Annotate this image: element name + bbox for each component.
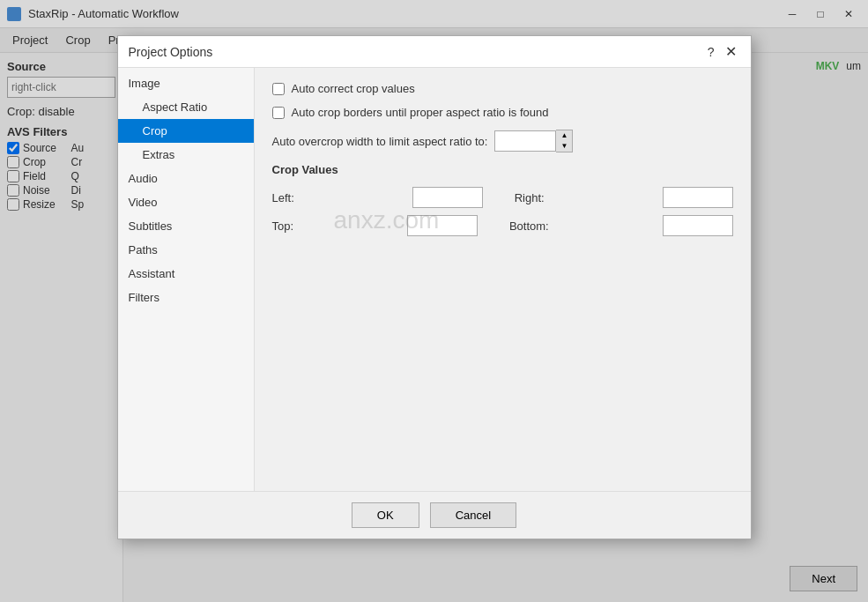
left-input[interactable]: 0 xyxy=(412,187,483,208)
overcrop-label: Auto overcrop width to limit aspect rati… xyxy=(272,135,488,148)
project-options-dialog: Project Options ? ✕ Image Aspect Ratio C… xyxy=(117,35,752,539)
overcrop-row: Auto overcrop width to limit aspect rati… xyxy=(272,130,733,152)
dialog-footer: OK Cancel xyxy=(118,491,751,539)
dialog-titlebar: Project Options ? ✕ xyxy=(118,36,751,68)
crop-values-title: Crop Values xyxy=(272,163,733,176)
nav-item-extras[interactable]: Extras xyxy=(118,143,254,167)
auto-correct-row: Auto correct crop values xyxy=(272,82,733,95)
dialog-body: Image Aspect Ratio Crop Extras Audio Vid… xyxy=(118,68,751,491)
dialog-controls: ? ✕ xyxy=(708,43,740,60)
content-panel: Auto correct crop values Auto crop borde… xyxy=(255,68,751,491)
cancel-button[interactable]: Cancel xyxy=(430,502,516,528)
overcrop-spin-down[interactable]: ▼ xyxy=(556,141,572,152)
top-input[interactable]: 0 xyxy=(407,215,478,236)
right-input[interactable]: 0 xyxy=(663,187,733,208)
nav-item-image[interactable]: Image xyxy=(118,71,254,95)
dialog-close-button[interactable]: ✕ xyxy=(722,43,740,60)
dialog-help-button[interactable]: ? xyxy=(708,45,715,59)
auto-crop-borders-label: Auto crop borders until proper aspect ra… xyxy=(292,106,549,119)
overcrop-spinner: 0.000 ▲ ▼ xyxy=(494,130,573,152)
nav-item-crop[interactable]: Crop xyxy=(118,119,254,143)
bottom-label: Bottom: xyxy=(509,219,656,233)
overcrop-spin-up[interactable]: ▲ xyxy=(556,130,572,141)
dialog-title: Project Options xyxy=(129,45,213,59)
ok-button[interactable]: OK xyxy=(352,502,419,528)
overcrop-spin-buttons: ▲ ▼ xyxy=(556,130,573,152)
nav-item-filters[interactable]: Filters xyxy=(118,286,254,309)
auto-correct-checkbox[interactable] xyxy=(272,83,285,95)
nav-item-aspect-ratio[interactable]: Aspect Ratio xyxy=(118,95,254,119)
right-label: Right: xyxy=(515,191,656,204)
nav-item-subtitles[interactable]: Subtitles xyxy=(118,214,254,238)
left-label: Left: xyxy=(272,191,405,204)
nav-item-paths[interactable]: Paths xyxy=(118,238,254,262)
nav-item-audio[interactable]: Audio xyxy=(118,167,254,190)
auto-crop-borders-row: Auto crop borders until proper aspect ra… xyxy=(272,106,733,119)
overcrop-input[interactable]: 0.000 xyxy=(494,130,556,152)
bottom-input[interactable]: 0 xyxy=(663,215,733,236)
nav-item-assistant[interactable]: Assistant xyxy=(118,262,254,286)
top-label: Top: xyxy=(272,219,400,233)
nav-panel: Image Aspect Ratio Crop Extras Audio Vid… xyxy=(118,68,255,491)
nav-item-video[interactable]: Video xyxy=(118,190,254,214)
auto-crop-borders-checkbox[interactable] xyxy=(272,107,285,119)
modal-overlay: Project Options ? ✕ Image Aspect Ratio C… xyxy=(0,0,868,602)
auto-correct-label: Auto correct crop values xyxy=(292,82,415,95)
